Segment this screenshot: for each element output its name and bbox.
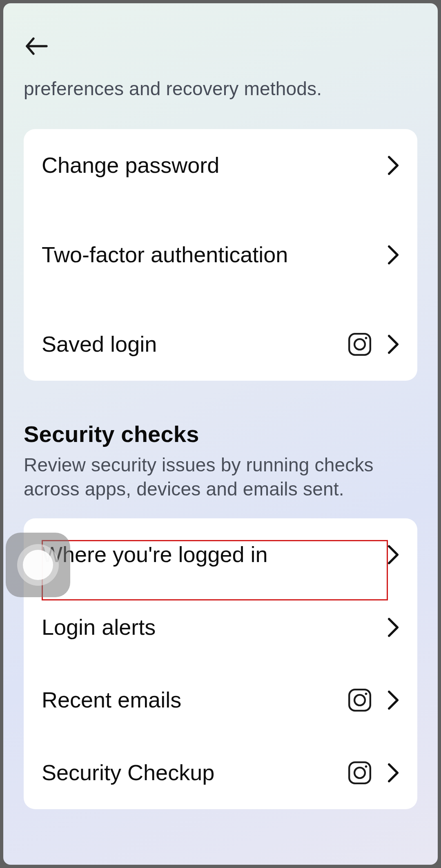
header-subtext: preferences and recovery methods. xyxy=(24,77,417,101)
item-label: Login alerts xyxy=(42,614,379,641)
svg-point-5 xyxy=(354,695,365,705)
svg-point-3 xyxy=(365,337,368,339)
item-label: Saved login xyxy=(42,330,339,358)
chevron-right-icon xyxy=(387,156,399,175)
security-checkup-item[interactable]: Security Checkup xyxy=(42,736,399,809)
login-recovery-card: Change password Two-factor authenticatio… xyxy=(24,129,417,381)
where-youre-logged-in-item[interactable]: Where you're logged in xyxy=(42,518,399,591)
assistive-touch-inner-dot xyxy=(23,550,53,580)
chevron-right-icon xyxy=(387,618,399,637)
security-checks-description: Review security issues by running checks… xyxy=(24,453,417,501)
saved-login-item[interactable]: Saved login xyxy=(42,308,399,381)
security-checks-title: Security checks xyxy=(24,421,417,447)
instagram-icon xyxy=(347,332,372,357)
change-password-item[interactable]: Change password xyxy=(42,129,399,202)
recent-emails-item[interactable]: Recent emails xyxy=(42,664,399,736)
two-factor-auth-item[interactable]: Two-factor authentication xyxy=(42,202,399,308)
chevron-right-icon xyxy=(387,335,399,354)
svg-rect-1 xyxy=(349,334,370,355)
item-label: Security Checkup xyxy=(42,759,339,787)
item-label: Change password xyxy=(42,152,379,179)
item-label: Where you're logged in xyxy=(42,541,379,569)
assistive-touch-outer-ring xyxy=(17,544,59,586)
svg-point-6 xyxy=(365,692,368,695)
assistive-touch-button[interactable] xyxy=(6,533,70,597)
svg-rect-4 xyxy=(349,689,370,711)
back-arrow-icon xyxy=(24,33,50,59)
item-label: Two-factor authentication xyxy=(42,241,379,269)
chevron-right-icon xyxy=(387,245,399,265)
screen-frame: preferences and recovery methods. Change… xyxy=(3,3,438,865)
security-checks-card: Where you're logged in Login alerts Rece… xyxy=(24,518,417,809)
back-button[interactable] xyxy=(24,32,52,60)
item-label: Recent emails xyxy=(42,686,339,714)
chevron-right-icon xyxy=(387,690,399,710)
chevron-right-icon xyxy=(387,763,399,783)
svg-point-2 xyxy=(354,339,365,350)
login-alerts-item[interactable]: Login alerts xyxy=(42,591,399,664)
chevron-right-icon xyxy=(387,545,399,565)
instagram-icon xyxy=(347,760,372,785)
svg-point-8 xyxy=(354,768,365,778)
svg-point-9 xyxy=(365,765,368,768)
instagram-icon xyxy=(347,687,372,713)
svg-rect-7 xyxy=(349,762,370,783)
